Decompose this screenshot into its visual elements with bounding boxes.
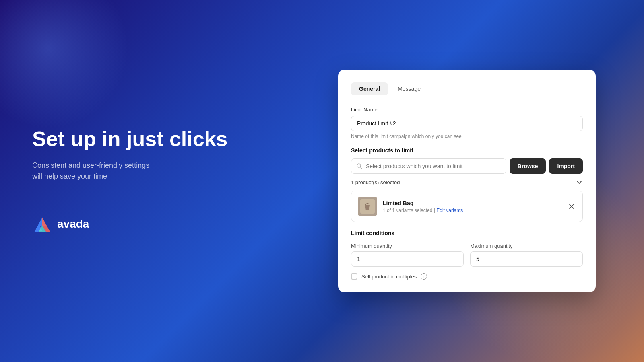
tab-general[interactable]: General <box>351 82 388 95</box>
product-thumbnail <box>358 197 377 216</box>
settings-card: General Message Limit Name Name of this … <box>338 70 596 292</box>
product-name: Limted Bag <box>383 200 561 206</box>
selected-header: 1 product(s) selected <box>351 179 583 186</box>
search-row: Browse Import <box>351 158 583 174</box>
limit-name-field: Limit Name Name of this limit campaign w… <box>351 107 583 139</box>
min-qty-field: Minimum quantity <box>351 243 464 267</box>
max-qty-input[interactable] <box>470 251 583 267</box>
product-meta: 1 of 1 variants selected | Edit variants <box>383 208 561 213</box>
select-products-section: Select products to limit Browse Import 1… <box>351 147 583 222</box>
product-item: Limted Bag 1 of 1 variants selected | Ed… <box>351 191 583 222</box>
limit-conditions-section: Limit conditions Minimum quantity Maximu… <box>351 230 583 280</box>
svg-line-4 <box>360 167 362 169</box>
limit-name-label: Limit Name <box>351 107 583 113</box>
logo-area: avada <box>32 214 227 234</box>
product-info: Limted Bag 1 of 1 variants selected | Ed… <box>383 200 561 213</box>
product-search-input[interactable] <box>366 159 501 173</box>
chevron-down-icon <box>576 179 583 186</box>
tab-message[interactable]: Message <box>390 82 429 95</box>
info-icon[interactable]: i <box>421 273 427 280</box>
limit-name-input[interactable] <box>351 116 583 131</box>
max-qty-field: Maximum quantity <box>470 243 583 267</box>
import-button[interactable]: Import <box>549 158 583 174</box>
browse-button[interactable]: Browse <box>510 158 546 174</box>
variants-text: 1 of 1 variants selected <box>383 208 432 213</box>
close-icon <box>569 204 574 209</box>
max-qty-label: Maximum quantity <box>470 243 583 249</box>
select-products-label: Select products to limit <box>351 147 583 154</box>
right-panel: General Message Limit Name Name of this … <box>338 70 596 292</box>
tabs: General Message <box>351 82 583 95</box>
min-qty-input[interactable] <box>351 251 464 267</box>
limit-conditions-title: Limit conditions <box>351 230 583 237</box>
bg-orb-1 <box>0 0 129 129</box>
min-qty-label: Minimum quantity <box>351 243 464 249</box>
sell-multiples-row: Sell product in multiples i <box>351 273 583 280</box>
selected-count-text: 1 product(s) selected <box>351 179 400 185</box>
left-panel: Set up in just clicks Consistent and use… <box>32 128 227 234</box>
sell-multiples-label: Sell product in multiples <box>361 274 417 280</box>
avada-logo-icon <box>32 214 52 234</box>
edit-variants-link[interactable]: Edit variants <box>436 208 463 213</box>
hero-title: Set up in just clicks <box>32 128 227 150</box>
remove-product-button[interactable] <box>567 202 576 211</box>
sell-multiples-checkbox[interactable] <box>351 273 357 280</box>
quantity-row: Minimum quantity Maximum quantity <box>351 243 583 267</box>
search-input-wrap <box>351 158 506 174</box>
logo-text: avada <box>57 218 89 231</box>
hero-subtitle: Consistent and user-friendly settings wi… <box>32 160 227 182</box>
limit-name-hint: Name of this limit campaign which only y… <box>351 134 583 139</box>
bag-image <box>360 199 375 214</box>
search-icon <box>356 163 363 169</box>
